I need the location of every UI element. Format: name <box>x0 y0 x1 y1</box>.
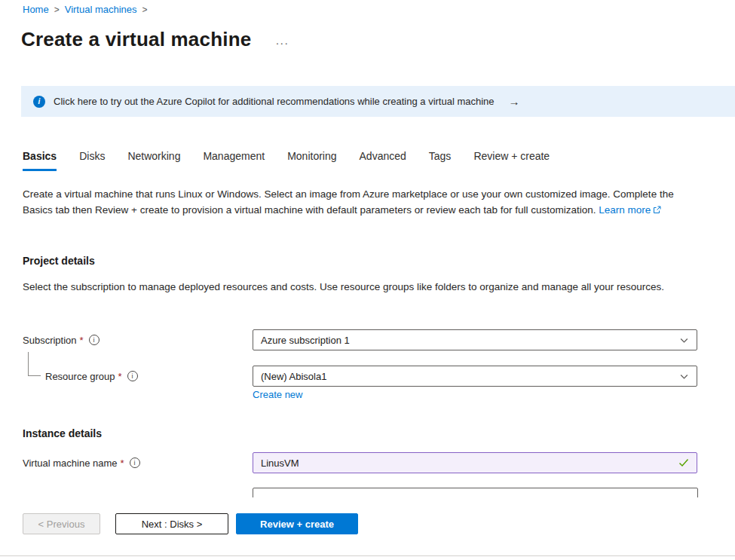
project-details-heading: Project details <box>23 255 95 267</box>
intro-text: Create a virtual machine that runs Linux… <box>23 188 674 216</box>
vm-name-info-icon[interactable]: i <box>130 457 140 468</box>
arrow-right-icon[interactable]: → <box>509 95 520 108</box>
breadcrumb-home-link[interactable]: Home <box>23 4 49 15</box>
info-icon: i <box>33 96 45 108</box>
title-row: Create a virtual machine ··· <box>21 28 289 51</box>
chevron-down-icon <box>679 372 689 381</box>
next-disks-button[interactable]: Next : Disks > <box>115 513 228 534</box>
vm-name-row: Virtual machine name * i <box>23 452 697 473</box>
breadcrumb: Home > Virtual machines > <box>23 4 148 15</box>
tab-disks[interactable]: Disks <box>79 150 105 171</box>
page-title: Create a virtual machine <box>21 28 251 51</box>
tab-monitoring[interactable]: Monitoring <box>287 150 336 171</box>
valid-check-icon <box>678 458 689 467</box>
wizard-footer: < Previous Next : Disks > Review + creat… <box>23 513 358 534</box>
project-details-description: Select the subscription to manage deploy… <box>23 279 694 295</box>
subscription-value: Azure subscription 1 <box>261 335 350 346</box>
next-field-partial <box>253 488 698 497</box>
tab-tags[interactable]: Tags <box>429 150 452 171</box>
review-create-button[interactable]: Review + create <box>236 513 358 534</box>
subscription-row: Subscription * i Azure subscription 1 <box>23 329 697 350</box>
banner-text: Click here to try out the Azure Copilot … <box>54 96 495 107</box>
more-options-icon[interactable]: ··· <box>275 36 289 49</box>
resource-group-label: Resource group * i <box>23 371 253 382</box>
previous-button[interactable]: < Previous <box>23 513 100 534</box>
breadcrumb-separator: > <box>54 5 60 15</box>
tab-review-create[interactable]: Review + create <box>473 150 550 171</box>
breadcrumb-separator: > <box>142 5 148 15</box>
breadcrumb-virtual-machines-link[interactable]: Virtual machines <box>65 4 137 15</box>
subscription-label-text: Subscription <box>23 335 77 346</box>
tab-management[interactable]: Management <box>203 150 265 171</box>
external-link-icon <box>653 206 661 214</box>
vm-name-label: Virtual machine name * i <box>23 457 253 469</box>
required-asterisk: * <box>80 335 84 346</box>
tab-networking[interactable]: Networking <box>127 150 180 171</box>
required-asterisk: * <box>118 371 122 382</box>
subscription-label: Subscription * i <box>23 335 253 346</box>
tab-basics[interactable]: Basics <box>23 150 57 171</box>
subscription-dropdown[interactable]: Azure subscription 1 <box>253 329 697 350</box>
resource-group-value: (New) Abisola1 <box>261 371 326 382</box>
subscription-info-icon[interactable]: i <box>89 335 100 345</box>
tab-advanced[interactable]: Advanced <box>360 150 406 171</box>
resource-group-info-icon[interactable]: i <box>127 371 138 381</box>
intro-paragraph: Create a virtual machine that runs Linux… <box>23 186 699 218</box>
next-field-box[interactable] <box>253 488 698 497</box>
wizard-tabs: Basics Disks Networking Management Monit… <box>23 150 550 171</box>
chevron-down-icon <box>679 335 689 345</box>
instance-details-heading: Instance details <box>23 427 102 439</box>
required-asterisk: * <box>121 457 124 469</box>
copilot-banner[interactable]: i Click here to try out the Azure Copilo… <box>21 86 735 117</box>
resource-group-row: Resource group * i (New) Abisola1 <box>23 366 697 387</box>
resource-group-dropdown[interactable]: (New) Abisola1 <box>253 366 697 387</box>
create-new-resource-group-link[interactable]: Create new <box>253 389 302 400</box>
bottom-divider <box>0 555 735 556</box>
vm-name-label-text: Virtual machine name <box>23 457 118 469</box>
resource-group-label-text: Resource group <box>45 371 115 382</box>
vm-name-field <box>253 452 697 473</box>
learn-more-link[interactable]: Learn more <box>599 204 651 216</box>
vm-name-input[interactable] <box>261 457 678 469</box>
